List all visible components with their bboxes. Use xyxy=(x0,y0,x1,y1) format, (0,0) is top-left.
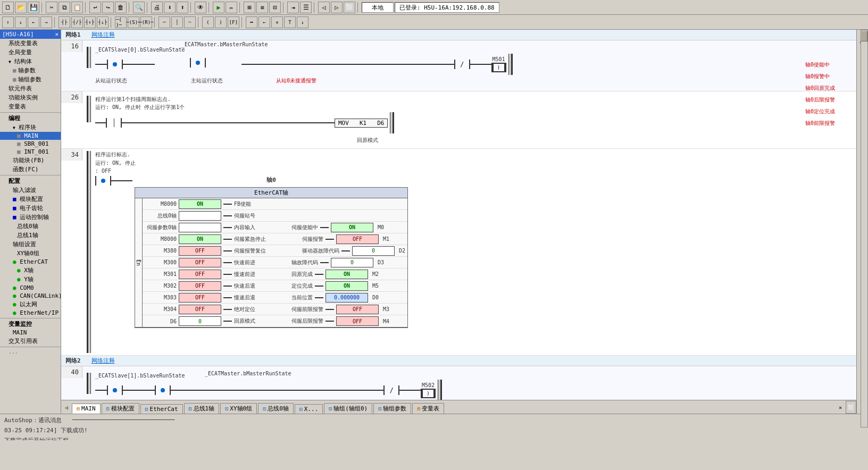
tb-open[interactable]: 📂 xyxy=(15,2,27,13)
tb2-line-h[interactable]: ━ xyxy=(246,16,257,28)
tb2-contact-down[interactable]: ↓ xyxy=(15,16,27,28)
tb2-no-contact[interactable]: ┤├ xyxy=(59,16,70,28)
tab-ethercat[interactable]: ⊡ EtherCat xyxy=(140,404,183,414)
lp-ethercat[interactable]: ● EtherCAT xyxy=(0,258,61,266)
lp-gear[interactable]: ■ 电子齿轮 xyxy=(0,204,61,213)
lp-ethernetip[interactable]: ● EtherNet/IP xyxy=(0,309,61,317)
tb2-t[interactable]: T xyxy=(284,16,296,28)
tb2-reset[interactable]: ─(R)─ xyxy=(140,16,152,28)
tb-prog[interactable]: ⊡ xyxy=(269,2,281,13)
lp-bus0[interactable]: 总线0轴 xyxy=(0,222,61,231)
tb-new[interactable]: 🗋 xyxy=(2,2,14,13)
tb-delete[interactable]: 🗑 xyxy=(115,2,127,13)
lp-main[interactable]: ■ MAIN xyxy=(0,132,61,140)
tab-axisgroup0[interactable]: ⊡ 轴组(轴组0) xyxy=(324,403,372,414)
tb-download[interactable]: ⬇ xyxy=(164,2,176,13)
tb-ladder[interactable]: ⊞ xyxy=(244,2,255,13)
tb-edit[interactable]: ✏ xyxy=(226,2,237,13)
tab-close[interactable]: ✕ xyxy=(835,401,846,414)
tb2-fb[interactable]: [F] xyxy=(228,16,239,28)
lp-axisgroup-param[interactable]: ■轴组参数 xyxy=(0,75,61,84)
tab-maximize[interactable]: ⬜ xyxy=(846,401,856,414)
vscrollbar[interactable] xyxy=(861,30,868,427)
tb2-paren-open[interactable]: ( xyxy=(202,16,214,28)
lp-axisgroup[interactable]: 轴组设置 xyxy=(0,240,61,249)
lp-globalvar[interactable]: 全局变量 xyxy=(0,48,61,57)
tb-nav-left[interactable]: ◁ xyxy=(318,2,330,13)
lp-motion[interactable]: ■ 运动控制轴 xyxy=(0,213,61,222)
tb2-vline[interactable]: │ xyxy=(171,16,183,28)
lp-struct[interactable]: ▼ 结构体 xyxy=(0,57,61,66)
tb2-contact-up[interactable]: ↑ xyxy=(2,16,14,28)
tb2-x[interactable]: ✕ xyxy=(271,16,283,28)
tb-il[interactable]: ≡ xyxy=(256,2,268,13)
tb2-pcontact[interactable]: ┤↑├ xyxy=(84,16,96,28)
network1-comment[interactable]: 网络注释 xyxy=(91,31,115,39)
tab-axisparam[interactable]: ⊡ 轴组参数 xyxy=(373,403,411,414)
tb2-arrow-l[interactable]: ← xyxy=(258,16,270,28)
tb-indent[interactable]: ⇥ xyxy=(287,2,299,13)
tb-run[interactable]: ▶ xyxy=(213,2,224,13)
tb2-hline[interactable]: ─ xyxy=(158,16,170,28)
tb2-ncontact[interactable]: ┤↓├ xyxy=(97,16,108,28)
tb-save[interactable]: 💾 xyxy=(28,2,39,13)
lp-fb[interactable]: 功能块(FB) xyxy=(0,156,61,165)
lp-xy0[interactable]: XY轴0组 xyxy=(0,249,61,258)
tb-cut[interactable]: ✂ xyxy=(46,2,57,13)
tab-x[interactable]: ⊡ X... xyxy=(295,404,323,414)
lp-sysvar[interactable]: 系统变量表 xyxy=(0,39,61,48)
tab-scroll-left[interactable]: ◁ xyxy=(61,401,72,414)
tb-nav-right[interactable]: ▷ xyxy=(331,2,343,13)
lp-softdev[interactable]: 软元件表 xyxy=(0,84,61,93)
lp-crossref[interactable]: 交叉引用表 xyxy=(0,337,61,346)
lp-axis-param[interactable]: ■轴参数 xyxy=(0,66,61,75)
lp-ethernet[interactable]: ● 以太网 xyxy=(0,300,61,309)
lp-inputfilter[interactable]: 输入滤波 xyxy=(0,186,61,195)
tb2-right[interactable]: → xyxy=(40,16,52,28)
lp-fbinst[interactable]: 功能块实例 xyxy=(0,93,61,102)
tb-redo[interactable]: ↪ xyxy=(102,2,114,13)
lp-varmon-main[interactable]: MAIN xyxy=(0,329,61,337)
tb-fullscreen[interactable]: ⬜ xyxy=(344,2,355,13)
lp-fc[interactable]: 函数(FC) xyxy=(0,165,61,174)
tb-align[interactable]: ☰ xyxy=(300,2,312,13)
lp-module[interactable]: ■ 模块配置 xyxy=(0,195,61,204)
lp-int001[interactable]: ■ INT_001 xyxy=(0,148,61,156)
lp-programming[interactable]: 编程 xyxy=(0,114,61,123)
network2-comment[interactable]: 网络注释 xyxy=(91,357,115,365)
tb-monitor[interactable]: 👁 xyxy=(195,2,206,13)
lp-bus1[interactable]: 总线1轴 xyxy=(0,231,61,240)
tb2-nc-contact[interactable]: ┤/├ xyxy=(71,16,83,28)
tab-bus0[interactable]: ⊡ 总线0轴 xyxy=(258,403,294,414)
lp-yaxis[interactable]: ● Y轴 xyxy=(0,275,61,284)
lp-sbr001[interactable]: ■ SBR_001 xyxy=(0,140,61,148)
tab-main[interactable]: ⊞ MAIN xyxy=(72,404,101,414)
tb2-set[interactable]: ─(S)─ xyxy=(128,16,139,28)
vscroll-thumb[interactable] xyxy=(861,31,867,41)
lp-progblock[interactable]: ▼ 程序块 xyxy=(0,123,61,132)
tab-module[interactable]: ⊡ 模块配置 xyxy=(102,403,139,414)
tb-find[interactable]: 🔍 xyxy=(133,2,145,13)
tb-print[interactable]: 🖨 xyxy=(151,2,163,13)
tb-paste[interactable]: 📋 xyxy=(71,2,83,13)
diagram-area[interactable]: 网络1 网络注释 16 _ECATSlave[0].bSlaveRunState xyxy=(61,30,856,400)
tab-varlist[interactable]: ⊞ 变量表 xyxy=(412,403,444,414)
lp-varlist[interactable]: 变量表 xyxy=(0,102,61,111)
tb-undo[interactable]: ↩ xyxy=(89,2,101,13)
lp-close[interactable]: ✕ xyxy=(55,31,59,38)
tb2-del-hline[interactable]: ╌ xyxy=(184,16,196,28)
tb2-arrow-d[interactable]: ↓ xyxy=(297,16,308,28)
tb-copy[interactable]: ⧉ xyxy=(59,2,70,13)
lp-can[interactable]: ● CAN(CANLink) xyxy=(0,292,61,300)
lp-config[interactable]: 配置 xyxy=(0,177,61,186)
tb2-coil[interactable]: ─( )─ xyxy=(115,16,127,28)
tb2-paren-close[interactable]: ) xyxy=(215,16,227,28)
tb-upload[interactable]: ⬆ xyxy=(177,2,188,13)
lp-more[interactable]: ... xyxy=(0,348,61,355)
lp-com0[interactable]: ● COM0 xyxy=(0,284,61,292)
tb2-left[interactable]: ← xyxy=(28,16,39,28)
tab-bus1[interactable]: ⊡ 总线1轴 xyxy=(184,403,220,414)
tab-xy0[interactable]: ⊡ XY轴0组 xyxy=(220,403,257,414)
lp-varmon[interactable]: 变量监控 xyxy=(0,320,61,329)
lp-xaxis[interactable]: ● X轴 xyxy=(0,266,61,275)
